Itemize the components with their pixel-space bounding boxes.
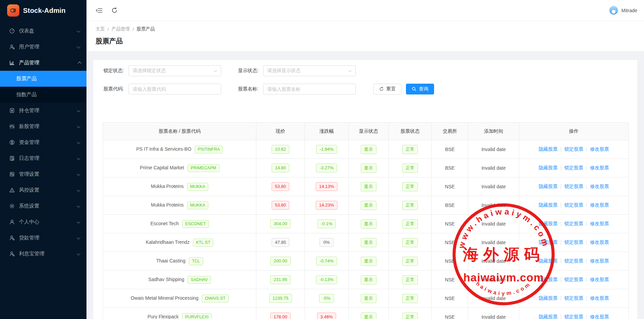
stock-status-tag: 正常 (402, 257, 418, 266)
sidebar-item-risk-settings[interactable]: 风控设置 (0, 182, 86, 198)
stock-name: PS IT Infra & Services-BO (136, 146, 191, 152)
sidebar-item-profile[interactable]: 个人中心 (0, 214, 86, 230)
sidebar-item-index-products[interactable]: 指数产品 (0, 87, 86, 103)
lock-stock-link[interactable]: 锁定股票 (564, 146, 583, 152)
sidebar-item-new-stocks[interactable]: 新股管理 (0, 119, 86, 134)
edit-stock-link[interactable]: 修改股票 (590, 184, 609, 189)
hide-stock-link[interactable]: 隐藏股票 (539, 314, 558, 319)
warning-triangle-icon (9, 187, 15, 193)
edit-stock-link[interactable]: 修改股票 (590, 146, 609, 152)
table-row: Mukka ProteinsMUKKA 53.80 14.13% 显示 正常 N… (103, 177, 629, 196)
col-header-show: 显示状态 (349, 123, 389, 140)
sidebar-item-dashboard[interactable]: 仪表盘 (0, 23, 86, 39)
show-status-tag: 显示 (361, 294, 376, 303)
search-button[interactable]: 查询 (406, 84, 434, 94)
hide-stock-link[interactable]: 隐藏股票 (539, 202, 558, 208)
change-pill: 14.13% (316, 182, 337, 191)
reset-button[interactable]: 重置 (373, 84, 402, 94)
breadcrumb: 主页 / 产品管理 / 股票产品 (96, 26, 644, 32)
added-time-value: Invalid date (482, 277, 506, 282)
edit-stock-link[interactable]: 修改股票 (590, 165, 609, 170)
log-file-icon (9, 155, 15, 161)
lock-stock-link[interactable]: 锁定股票 (564, 202, 583, 208)
hide-stock-link[interactable]: 隐藏股票 (539, 184, 558, 189)
breadcrumb-home[interactable]: 主页 (96, 26, 105, 32)
lock-stock-link[interactable]: 锁定股票 (564, 165, 583, 170)
edit-stock-link[interactable]: 修改股票 (590, 314, 609, 319)
sidebar-item-funds[interactable]: 资金管理 (0, 134, 86, 150)
products-submenu: 股票产品 指数产品 (0, 71, 86, 103)
edit-stock-link[interactable]: 修改股票 (590, 221, 609, 226)
hide-stock-link[interactable]: 隐藏股票 (539, 165, 558, 170)
show-status-label: 显示状态: (237, 68, 258, 74)
hide-stock-link[interactable]: 隐藏股票 (539, 258, 558, 263)
sliders-icon (9, 124, 15, 129)
added-time-value: Invalid date (482, 184, 506, 189)
filter-buttons: 重置 查询 (373, 84, 434, 94)
show-status-tag: 显示 (361, 238, 376, 247)
hide-stock-link[interactable]: 隐藏股票 (539, 295, 558, 301)
lock-stock-link[interactable]: 锁定股票 (564, 258, 583, 263)
hide-stock-link[interactable]: 隐藏股票 (539, 239, 558, 245)
change-pill: -0.13% (316, 275, 337, 284)
breadcrumb-products[interactable]: 产品管理 (112, 26, 130, 32)
menu-fold-icon[interactable] (96, 7, 102, 14)
sidebar-item-users[interactable]: 用户管理 (0, 39, 86, 55)
stock-status-tag: 正常 (402, 164, 418, 173)
sidebar-item-system-settings[interactable]: 系统设置 (0, 198, 86, 214)
lock-status-select[interactable]: 请选择锁定状态 (129, 65, 221, 76)
change-pill: 0% (319, 238, 334, 247)
table-row: Sadhav ShippingSADHAV 231.95 -0.13% 显示 正… (103, 271, 629, 289)
exchange-value: NSE (445, 314, 455, 319)
chevron-down-icon (348, 69, 352, 72)
user-search-icon (9, 235, 15, 241)
stock-code-input[interactable] (133, 86, 217, 92)
added-time-value: Invalid date (482, 296, 506, 301)
sidebar-item-logs[interactable]: 日志管理 (0, 150, 86, 166)
lock-stock-link[interactable]: 锁定股票 (564, 277, 583, 282)
edit-stock-link[interactable]: 修改股票 (590, 202, 609, 208)
price-pill: 1239.75 (269, 294, 292, 303)
stock-code-tag: PSITINFRA (195, 146, 223, 153)
stocks-table: 股票名称 / 股票代码 现价 涨跌幅 显示状态 股票状态 交易所 添加时间 操作… (103, 122, 629, 319)
lock-stock-link[interactable]: 锁定股票 (564, 184, 583, 189)
stock-status-tag: 正常 (402, 238, 418, 247)
control-panel-icon (9, 171, 15, 177)
stock-status-tag: 正常 (402, 313, 418, 319)
edit-stock-link[interactable]: 修改股票 (590, 295, 609, 301)
exchange-value: NSE (445, 184, 455, 189)
edit-stock-link[interactable]: 修改股票 (590, 258, 609, 263)
hide-stock-link[interactable]: 隐藏股票 (539, 146, 558, 152)
show-status-select[interactable]: 请选择显示状态 (263, 65, 356, 76)
stock-name-input[interactable] (267, 86, 352, 92)
show-status-tag: 显示 (361, 257, 376, 266)
lock-stock-link[interactable]: 锁定股票 (564, 239, 583, 245)
dollar-circle-icon (9, 140, 15, 145)
sidebar-item-interest[interactable]: 利息宝管理 (0, 246, 86, 262)
price-pill: 53.80 (272, 201, 290, 210)
sidebar-item-products[interactable]: 产品管理 (0, 55, 86, 71)
user-search-icon (9, 251, 15, 257)
lock-stock-link[interactable]: 锁定股票 (564, 295, 583, 301)
refresh-icon[interactable] (111, 7, 118, 14)
bar-chart-icon (9, 60, 15, 66)
price-pill: 53.80 (272, 182, 290, 191)
lock-stock-link[interactable]: 锁定股票 (564, 221, 583, 226)
stock-status-tag: 正常 (402, 294, 418, 303)
page-title: 股票产品 (96, 37, 644, 46)
stock-code-tag: MUKKA (187, 183, 208, 191)
user-menu[interactable]: Mitrade (609, 6, 637, 15)
sidebar-item-positions[interactable]: 持仓管理 (0, 103, 86, 119)
hide-stock-link[interactable]: 隐藏股票 (539, 277, 558, 282)
col-header-price: 现价 (256, 123, 305, 140)
edit-stock-link[interactable]: 修改股票 (590, 239, 609, 245)
lock-stock-link[interactable]: 锁定股票 (564, 314, 583, 319)
logo[interactable]: Stock-Admin (0, 0, 86, 21)
sidebar: Stock-Admin 仪表盘 用户管理 产品管理 股票产品 指数产品 持仓管理 (0, 0, 86, 319)
edit-stock-link[interactable]: 修改股票 (590, 277, 609, 282)
sidebar-item-loans[interactable]: 贷款管理 (0, 230, 86, 246)
sidebar-item-stock-products[interactable]: 股票产品 (0, 71, 86, 87)
sidebar-item-admin-settings[interactable]: 管理设置 (0, 166, 86, 182)
hide-stock-link[interactable]: 隐藏股票 (539, 221, 558, 226)
show-status-tag: 显示 (361, 145, 376, 154)
